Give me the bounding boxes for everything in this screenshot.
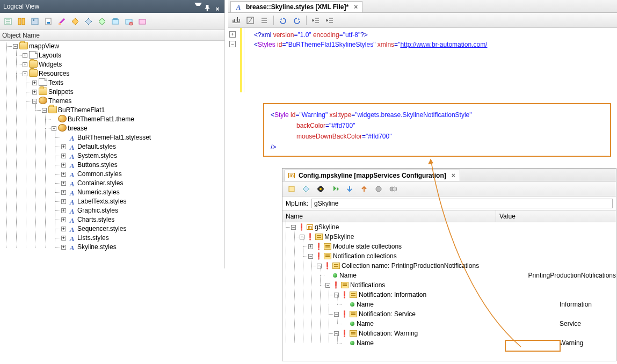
editor-tab[interactable]: A brease::Skyline.styles [XML File]* × <box>230 1 362 12</box>
expand-toggle[interactable]: − <box>317 264 322 268</box>
config-toolbar <box>282 181 616 196</box>
expand-toggle[interactable]: − <box>334 312 339 317</box>
cfg-tool-5[interactable] <box>373 183 384 195</box>
expand-toggle[interactable]: + <box>61 144 66 149</box>
expand-toggle[interactable]: − <box>334 293 339 297</box>
expand-toggle[interactable]: − <box>334 331 339 336</box>
close-tab-icon[interactable]: × <box>452 172 455 179</box>
code-area[interactable]: + − <?xml version="1.0" encoding="utf-8"… <box>228 28 617 92</box>
expand-toggle[interactable]: + <box>23 62 27 67</box>
tree-style-2[interactable]: Buttons.styles <box>77 161 118 169</box>
expand-toggle[interactable]: + <box>61 172 66 177</box>
tree-brease[interactable]: brease <box>68 125 88 132</box>
toolbar-btn-9[interactable] <box>110 16 121 27</box>
toolbar-btn-10[interactable] <box>123 16 135 27</box>
tree-widgets[interactable]: Widgets <box>39 61 62 68</box>
warning-value-cell[interactable]: Warning <box>556 339 616 347</box>
fold-toggle[interactable]: + <box>229 31 236 38</box>
toolbar-btn-2[interactable] <box>16 16 27 27</box>
expand-toggle[interactable]: − <box>291 225 296 230</box>
expand-toggle[interactable]: + <box>308 244 313 249</box>
expand-toggle[interactable]: − <box>52 126 56 131</box>
tree-themefolder[interactable]: BuRThemeFlat1 <box>58 106 105 114</box>
expand-toggle[interactable]: + <box>61 208 66 213</box>
tree-style-10[interactable]: Lists.styles <box>77 234 109 242</box>
expand-toggle[interactable]: − <box>42 108 47 113</box>
config-tree[interactable]: −❗mgSkyline −❗MpSkyline +❗Module state c… <box>282 222 616 348</box>
expand-toggle[interactable]: + <box>61 154 66 158</box>
cfg-tool-3[interactable] <box>315 183 326 195</box>
expand-toggle[interactable]: + <box>61 163 66 168</box>
tree-style-9[interactable]: Sequencer.styles <box>77 225 126 232</box>
header-name[interactable]: Name <box>282 210 496 222</box>
group-icon <box>324 253 331 259</box>
expand-toggle[interactable]: − <box>13 44 18 49</box>
tree-themefile[interactable]: BuRThemeFlat1.theme <box>68 115 134 123</box>
toolbar-btn-1[interactable] <box>2 16 14 27</box>
cfg-tool-4[interactable] <box>329 183 341 195</box>
cfg-tool-down[interactable] <box>344 183 355 195</box>
expand-toggle[interactable]: + <box>61 227 66 231</box>
expand-toggle[interactable]: + <box>61 236 66 241</box>
toolbar-btn-8[interactable] <box>96 16 108 27</box>
toolbar-btn-3[interactable] <box>29 16 41 27</box>
folder-icon <box>19 42 28 49</box>
tree-layouts[interactable]: Layouts <box>39 52 61 59</box>
expand-toggle[interactable]: + <box>61 217 66 222</box>
expand-toggle[interactable]: + <box>32 90 37 94</box>
cfg-tool-2[interactable] <box>300 183 312 195</box>
tree-style-5[interactable]: Numeric.styles <box>77 188 120 196</box>
toolbar-btn-5[interactable] <box>56 16 68 27</box>
object-name-header[interactable]: Object Name <box>0 30 224 41</box>
tool-indent[interactable] <box>325 16 335 25</box>
toolbar-btn-11[interactable] <box>136 16 148 27</box>
logical-view-titlebar[interactable]: Logical View × <box>0 0 224 13</box>
dropdown-icon[interactable] <box>194 3 202 10</box>
expand-toggle[interactable]: − <box>308 254 313 259</box>
tree-resources[interactable]: Resources <box>39 70 69 77</box>
config-tab[interactable]: m Config.mpskyline [mappServices Configu… <box>285 170 460 181</box>
close-icon[interactable]: × <box>214 3 221 10</box>
tree-themes[interactable]: Themes <box>48 97 71 105</box>
expand-toggle[interactable]: + <box>61 199 66 204</box>
mplink-input[interactable] <box>311 199 613 208</box>
fold-toggle[interactable]: − <box>229 41 236 47</box>
tree-stylesset[interactable]: BuRThemeFlat1.stylesset <box>77 134 151 141</box>
logical-tree[interactable]: −mappView +Layouts +Widgets −Resources +… <box>0 41 224 252</box>
tool-ab[interactable]: a·b <box>231 16 241 25</box>
tool-undo[interactable] <box>278 16 288 25</box>
close-tab-icon[interactable]: × <box>354 3 358 11</box>
expand-toggle[interactable]: + <box>23 53 27 58</box>
header-value[interactable]: Value <box>496 210 616 222</box>
tree-style-11[interactable]: Skyline.styles <box>77 243 117 251</box>
tree-texts[interactable]: Texts <box>48 79 63 86</box>
toolbar-btn-7[interactable] <box>83 16 95 27</box>
tool-box[interactable] <box>245 16 255 25</box>
tool-redo[interactable] <box>292 16 302 25</box>
tree-style-4[interactable]: Container.styles <box>77 179 123 187</box>
expand-toggle[interactable]: − <box>300 235 304 239</box>
tree-mappview[interactable]: mappView <box>29 42 59 50</box>
expand-toggle[interactable]: − <box>32 99 37 104</box>
tree-style-1[interactable]: System.styles <box>77 152 117 159</box>
expand-toggle[interactable]: + <box>32 81 37 85</box>
tool-outdent[interactable] <box>311 16 321 25</box>
toolbar-btn-6[interactable] <box>69 16 81 27</box>
cfg-tool-up[interactable] <box>358 183 370 195</box>
toolbar-btn-4[interactable] <box>42 16 54 27</box>
expand-toggle[interactable]: + <box>61 190 66 195</box>
tree-style-6[interactable]: LabelTexts.styles <box>77 198 126 205</box>
tree-style-8[interactable]: Charts.styles <box>77 216 114 223</box>
cfg-tool-6[interactable] <box>387 183 399 195</box>
tree-style-7[interactable]: Graphic.styles <box>77 207 118 214</box>
expand-toggle[interactable]: + <box>61 245 66 250</box>
cfg-tool-1[interactable] <box>286 183 297 195</box>
tool-lines[interactable] <box>259 16 269 25</box>
expand-toggle[interactable]: − <box>23 71 27 76</box>
pin-icon[interactable] <box>204 3 212 10</box>
tree-style-3[interactable]: Common.styles <box>77 170 122 178</box>
expand-toggle[interactable]: − <box>325 283 330 288</box>
tree-style-0[interactable]: Default.styles <box>77 143 116 150</box>
expand-toggle[interactable]: + <box>61 181 66 186</box>
tree-snippets[interactable]: Snippets <box>48 88 74 96</box>
